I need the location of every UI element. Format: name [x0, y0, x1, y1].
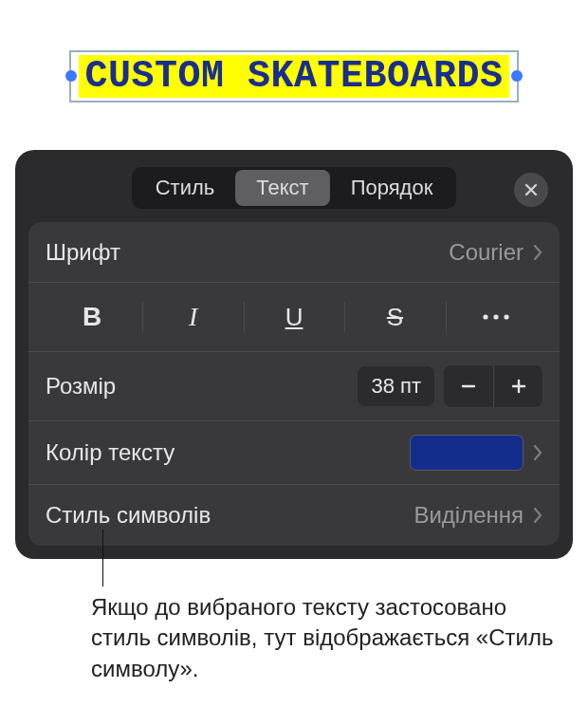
italic-icon: I [189, 302, 197, 332]
character-style-label: Стиль символів [46, 502, 211, 529]
font-label: Шрифт [46, 239, 120, 266]
plus-icon [510, 378, 527, 395]
text-color-label: Колір тексту [46, 439, 175, 466]
callout-text: Якщо до вибраного тексту застосовано сти… [91, 592, 567, 684]
text-color-swatch[interactable] [410, 435, 524, 471]
size-stepper [444, 365, 542, 407]
chevron-right-icon [533, 244, 542, 261]
font-value: Courier [449, 239, 524, 266]
text-color-row[interactable]: Колір тексту [28, 421, 560, 485]
svg-point-0 [483, 314, 487, 319]
character-style-value-container: Виділення [413, 502, 542, 529]
size-label: Розмір [46, 373, 116, 400]
more-options-button[interactable] [446, 294, 546, 340]
tab-style[interactable]: Стиль [135, 170, 236, 206]
svg-point-1 [493, 314, 498, 319]
close-icon [524, 182, 539, 197]
minus-icon [460, 378, 477, 395]
chevron-right-icon [533, 507, 542, 524]
tabs-segmented-control: Стиль Текст Порядок [132, 167, 457, 209]
character-style-value: Виділення [413, 502, 524, 529]
style-buttons-row: B I U S [28, 283, 560, 352]
ellipsis-icon [481, 312, 511, 322]
size-increase-button[interactable] [493, 365, 542, 407]
selected-textbox[interactable]: CUSTOM SKATEBOARDS [69, 50, 518, 102]
strikethrough-icon: S [387, 303, 403, 332]
character-style-row[interactable]: Стиль символів Виділення [28, 485, 560, 546]
tab-text[interactable]: Текст [235, 170, 329, 206]
tab-order[interactable]: Порядок [330, 170, 454, 206]
text-section: Шрифт Courier B I U S [28, 222, 560, 546]
underline-button[interactable]: U [244, 294, 344, 340]
selection-handle-right[interactable] [511, 70, 523, 82]
format-panel: Стиль Текст Порядок Шрифт Courier B I [15, 150, 573, 559]
size-value-field[interactable]: 38 пт [358, 366, 434, 406]
svg-point-2 [504, 314, 508, 319]
underline-icon: U [285, 303, 303, 332]
chevron-right-icon [533, 444, 542, 461]
canvas-area: CUSTOM SKATEBOARDS [0, 0, 588, 152]
close-button[interactable] [514, 173, 548, 207]
text-color-value-container [410, 435, 542, 471]
callout-leader-line [102, 530, 103, 586]
size-row: Розмір 38 пт [28, 352, 560, 421]
size-controls: 38 пт [358, 365, 542, 407]
bold-button[interactable]: B [42, 294, 142, 340]
size-decrease-button[interactable] [444, 365, 493, 407]
strikethrough-button[interactable]: S [344, 294, 445, 340]
italic-button[interactable]: I [142, 294, 243, 340]
sample-text[interactable]: CUSTOM SKATEBOARDS [79, 55, 508, 98]
font-row[interactable]: Шрифт Courier [28, 222, 560, 283]
font-value-container: Courier [449, 239, 542, 266]
selection-handle-left[interactable] [65, 70, 77, 82]
bold-icon: B [83, 302, 101, 332]
tab-bar: Стиль Текст Порядок [15, 159, 573, 222]
